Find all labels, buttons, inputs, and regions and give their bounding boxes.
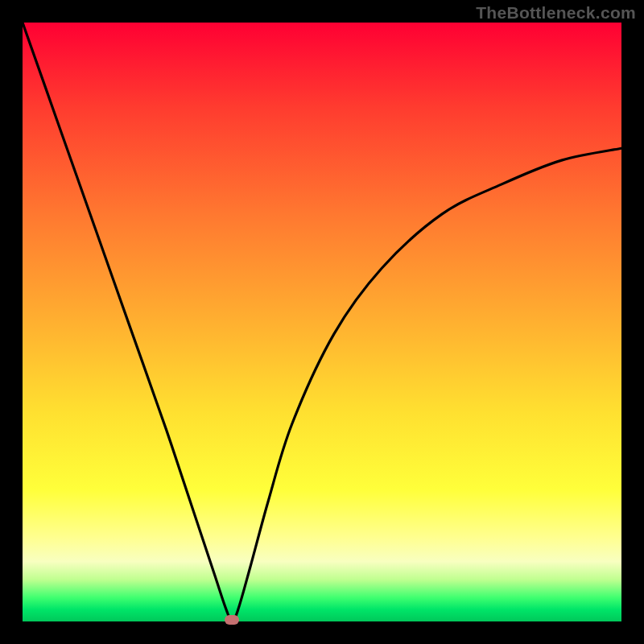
chart-area <box>23 23 621 621</box>
watermark-text: TheBottleneck.com <box>476 3 636 23</box>
minimum-marker <box>225 615 239 625</box>
bottleneck-curve <box>23 23 621 621</box>
curve-path <box>23 23 621 621</box>
